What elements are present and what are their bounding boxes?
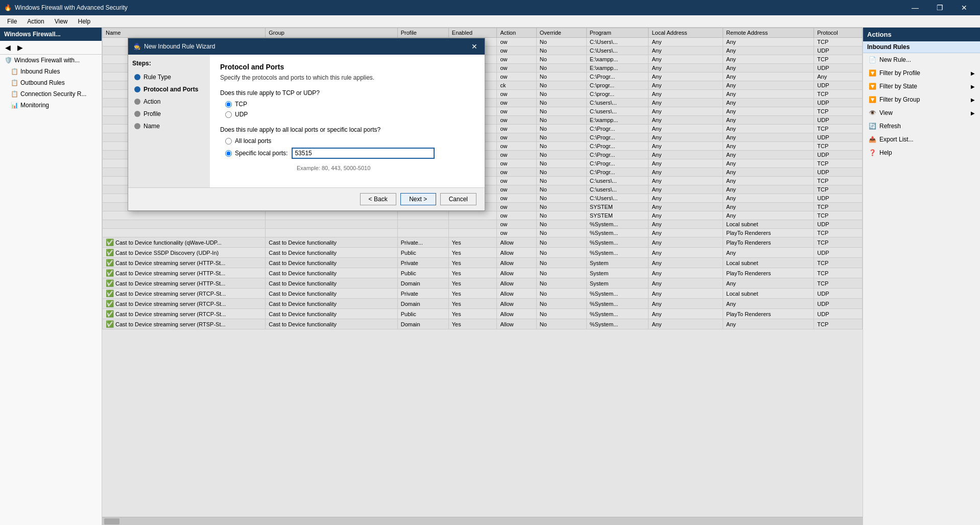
tree-item-outbound[interactable]: 📋 Outbound Rules [0,77,102,88]
action-view[interactable]: 👁️ View ▶ [863,106,980,120]
connection-icon: 📋 [10,90,18,98]
action-refresh[interactable]: 🔄 Refresh [863,120,980,133]
protocol-radio-group: TCP UDP [225,101,474,118]
step-dot-profile [134,111,140,117]
dialog-footer: < Back Next > Cancel [128,187,485,210]
radio-tcp-input[interactable] [225,101,232,108]
radio-specific-ports-input[interactable] [225,150,232,157]
dialog-body: Steps: Rule Type Protocol and Ports Acti… [128,55,485,187]
radio-udp-label: UDP [235,111,248,118]
action-help[interactable]: ❓ Help [863,146,980,159]
action-help-label: Help [879,149,892,156]
refresh-icon: 🔄 [868,122,876,130]
menu-bar: File Action View Help [0,15,980,28]
app-icon: 🔥 [4,4,12,11]
radio-specific-ports[interactable]: Specific local ports: [225,150,288,157]
right-panel-title: Actions [867,31,892,38]
dialog-title-left: 🧙 New Inbound Rule Wizard [133,43,215,50]
step-label-action: Action [144,98,160,105]
app-title: Windows Firewall with Advanced Security [15,4,128,11]
view-icon: 👁️ [868,109,876,117]
tree-item-connection[interactable]: 📋 Connection Security R... [0,88,102,100]
action-export-label: Export List... [879,136,914,143]
filter-state-icon: 🔽 [868,82,876,90]
outbound-icon: 📋 [10,79,18,87]
radio-all-ports[interactable]: All local ports [225,137,474,145]
tree-item-root[interactable]: 🛡️ Windows Firewall with... [0,55,102,66]
radio-all-ports-label: All local ports [235,137,271,145]
action-filter-state[interactable]: 🔽 Filter by State ▶ [863,80,980,93]
main-layout: Windows Firewall... ◀ ▶ 🛡️ Windows Firew… [0,28,980,525]
submenu-arrow-view: ▶ [971,110,975,116]
tree-outbound-label: Outbound Rules [20,79,65,86]
radio-tcp[interactable]: TCP [225,101,474,108]
question-ports: Does this rule apply to all local ports … [220,126,474,133]
cancel-button[interactable]: Cancel [440,193,476,205]
step-dot-action [134,99,140,105]
right-panel: Actions Inbound Rules 📄 New Rule... 🔽 Fi… [863,28,980,525]
menu-help[interactable]: Help [73,17,96,26]
menu-file[interactable]: File [2,17,22,26]
radio-tcp-label: TCP [235,101,247,108]
inbound-icon: 📋 [10,67,18,76]
dialog-page-desc: Specify the protocols and ports to which… [220,74,474,81]
back-button[interactable]: ◀ [2,42,13,53]
right-panel-header: Actions [863,28,980,41]
minimize-button[interactable]: — [903,0,927,15]
steps-label: Steps: [132,60,206,67]
dialog-content: Protocol and Ports Specify the protocols… [210,55,485,187]
maximize-button[interactable]: ❐ [928,0,951,15]
step-label-name: Name [144,123,160,130]
action-filter-group[interactable]: 🔽 Filter by Group ▶ [863,93,980,106]
dialog-close-button[interactable]: ✕ [469,41,480,52]
dialog-title: New Inbound Rule Wizard [144,43,215,50]
export-icon: 📤 [868,135,876,144]
step-protocol-ports[interactable]: Protocol and Ports [132,84,206,94]
question-protocol: Does this rule apply to TCP or UDP? [220,89,474,97]
dialog-overlay: 🧙 New Inbound Rule Wizard ✕ Steps: Rule … [102,28,863,525]
step-name[interactable]: Name [132,121,206,131]
menu-view[interactable]: View [50,17,73,26]
action-export[interactable]: 📤 Export List... [863,133,980,146]
firewall-icon: 🛡️ [4,56,12,64]
center-area: Name Group Profile Enabled Action Overri… [102,28,863,525]
close-button[interactable]: ✕ [952,0,976,15]
left-panel-header: Windows Firewall... [0,28,102,41]
radio-all-ports-input[interactable] [225,138,232,145]
action-filter-profile[interactable]: 🔽 Filter by Profile ▶ [863,66,980,80]
help-icon: ❓ [868,149,876,157]
step-dot-protocol [134,86,140,92]
back-button[interactable]: < Back [360,193,396,205]
forward-button[interactable]: ▶ [14,42,26,53]
radio-udp-input[interactable] [225,111,232,118]
filter-group-icon: 🔽 [868,96,876,104]
action-new-rule[interactable]: 📄 New Rule... [863,53,980,66]
submenu-arrow-state: ▶ [971,84,975,89]
step-rule-type[interactable]: Rule Type [132,72,206,82]
nav-arrows: ◀ ▶ [0,41,102,55]
tree-item-monitoring[interactable]: 📊 Monitoring [0,100,102,111]
step-profile[interactable]: Profile [132,109,206,119]
submenu-arrow-profile: ▶ [971,70,975,76]
step-label-profile: Profile [144,110,161,117]
action-view-label: View [879,109,893,116]
dialog-page-title: Protocol and Ports [220,63,474,71]
port-value-input[interactable] [292,148,435,159]
action-refresh-label: Refresh [879,123,901,130]
step-label-rule-type: Rule Type [144,74,171,81]
radio-udp[interactable]: UDP [225,111,474,118]
left-panel: Windows Firewall... ◀ ▶ 🛡️ Windows Firew… [0,28,102,525]
dialog-steps-panel: Steps: Rule Type Protocol and Ports Acti… [128,55,210,187]
tree-item-inbound[interactable]: 📋 Inbound Rules [0,66,102,77]
action-filter-state-label: Filter by State [879,83,917,90]
dialog-title-bar: 🧙 New Inbound Rule Wizard ✕ [128,38,485,55]
step-label-protocol: Protocol and Ports [144,86,198,93]
tree-root-label: Windows Firewall with... [14,57,80,64]
step-action[interactable]: Action [132,97,206,107]
right-section-inbound[interactable]: Inbound Rules [863,41,980,53]
action-filter-group-label: Filter by Group [879,96,920,103]
step-dot-rule-type [134,74,140,80]
menu-action[interactable]: Action [22,17,49,26]
next-button[interactable]: Next > [400,193,436,205]
tree-inbound-label: Inbound Rules [20,68,60,75]
